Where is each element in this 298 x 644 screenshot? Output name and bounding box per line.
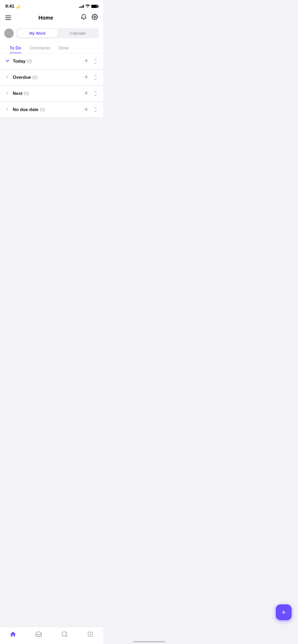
svg-point-0 bbox=[94, 16, 96, 18]
tab-comments[interactable]: Comments bbox=[25, 43, 54, 53]
overdue-chevron[interactable] bbox=[5, 75, 12, 80]
signal-icon bbox=[79, 5, 84, 8]
calendar-tab[interactable]: Calendar bbox=[58, 29, 98, 38]
wifi-icon bbox=[85, 4, 90, 8]
next-chevron[interactable] bbox=[5, 91, 12, 96]
overdue-section: Overdue (0) bbox=[0, 70, 103, 85]
overdue-add-button[interactable] bbox=[84, 74, 89, 80]
menu-button[interactable] bbox=[5, 16, 11, 20]
overdue-actions bbox=[84, 74, 98, 80]
status-time: 9:41 🌙 bbox=[5, 4, 20, 9]
overdue-title: Overdue (0) bbox=[13, 75, 84, 80]
avatar bbox=[4, 29, 14, 38]
nodue-section: No due date (0) bbox=[0, 102, 103, 118]
overdue-count: (0) bbox=[32, 75, 38, 80]
header: Home bbox=[0, 11, 103, 25]
tab-switcher-wrapper: My Work Calendar bbox=[0, 25, 103, 43]
main-content: Today (0) Overdue (0) bbox=[0, 53, 103, 186]
today-title: Today (0) bbox=[13, 59, 84, 64]
my-work-tab[interactable]: My Work bbox=[17, 29, 58, 38]
hamburger-line bbox=[5, 17, 11, 18]
today-sort-button[interactable] bbox=[93, 59, 98, 64]
today-count: (0) bbox=[27, 59, 32, 63]
notification-button[interactable] bbox=[80, 14, 87, 22]
next-section: Next (0) bbox=[0, 86, 103, 102]
today-actions bbox=[84, 58, 98, 64]
today-add-button[interactable] bbox=[84, 58, 89, 64]
time-display: 9:41 bbox=[5, 4, 14, 9]
hamburger-line bbox=[5, 19, 11, 20]
nodue-add-button[interactable] bbox=[84, 107, 89, 113]
battery-icon bbox=[91, 5, 98, 8]
header-actions bbox=[80, 14, 98, 22]
next-sort-button[interactable] bbox=[93, 91, 98, 96]
next-add-button[interactable] bbox=[84, 90, 89, 96]
status-icons bbox=[79, 4, 98, 8]
nodue-sort-button[interactable] bbox=[93, 107, 98, 112]
today-chevron[interactable] bbox=[5, 59, 12, 64]
nodue-count: (0) bbox=[40, 107, 45, 112]
nodue-actions bbox=[84, 107, 98, 113]
next-count: (0) bbox=[24, 91, 29, 96]
sub-tabs: To Do Comments Done bbox=[0, 43, 103, 53]
hamburger-line bbox=[5, 16, 11, 16]
status-bar: 9:41 🌙 bbox=[0, 0, 103, 11]
nodue-chevron[interactable] bbox=[5, 107, 12, 112]
next-title: Next (0) bbox=[13, 91, 84, 96]
tab-switcher: My Work Calendar bbox=[16, 28, 99, 38]
page-title: Home bbox=[38, 15, 53, 21]
settings-button[interactable] bbox=[92, 14, 98, 22]
tab-todo[interactable]: To Do bbox=[5, 43, 25, 53]
today-section: Today (0) bbox=[0, 53, 103, 69]
tab-done[interactable]: Done bbox=[55, 43, 73, 53]
next-actions bbox=[84, 90, 98, 96]
moon-icon: 🌙 bbox=[15, 4, 20, 8]
overdue-sort-button[interactable] bbox=[93, 75, 98, 80]
nodue-title: No due date (0) bbox=[13, 107, 84, 112]
